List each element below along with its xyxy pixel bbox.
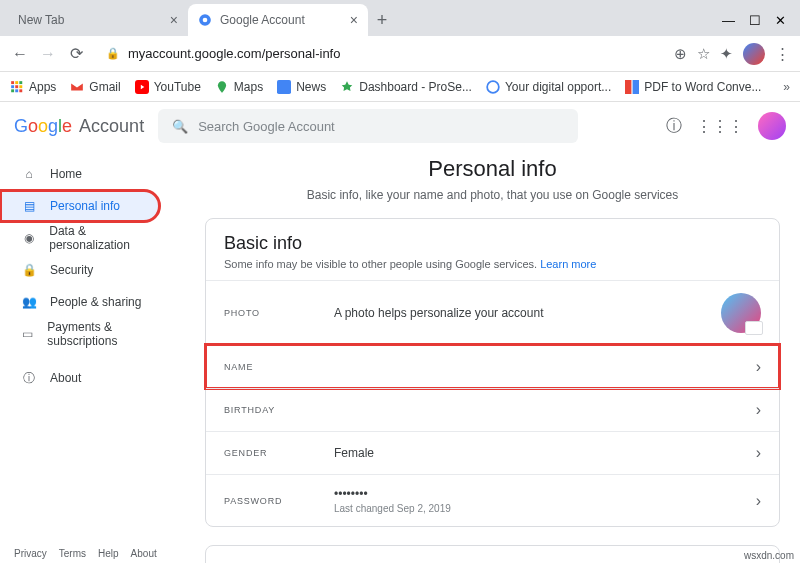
data-icon: ◉ xyxy=(20,231,37,245)
svg-rect-3 xyxy=(15,81,18,84)
chevron-right-icon: › xyxy=(756,358,761,376)
minimize-icon[interactable]: — xyxy=(722,13,735,28)
lock-icon: 🔒 xyxy=(20,263,38,277)
sidebar-data[interactable]: ◉Data & personalization xyxy=(0,222,185,254)
basic-info-subtitle: Some info may be visible to other people… xyxy=(224,258,761,270)
footer-links: Privacy Terms Help About xyxy=(14,548,157,559)
dashboard-bookmark[interactable]: Dashboard - ProSe... xyxy=(340,80,472,94)
back-button[interactable]: ← xyxy=(10,44,30,64)
contact-info-card: Contact info EMAIL › PHONE › xyxy=(205,545,780,563)
sidebar-payments[interactable]: ▭Payments & subscriptions xyxy=(0,318,185,350)
privacy-link[interactable]: Privacy xyxy=(14,548,47,559)
home-icon: ⌂ xyxy=(20,167,38,181)
chevron-right-icon: › xyxy=(756,444,761,462)
tab-title: Google Account xyxy=(220,13,305,27)
user-avatar[interactable] xyxy=(758,112,786,140)
google-account-logo[interactable]: Google Account xyxy=(14,116,144,137)
info-icon: ⓘ xyxy=(20,370,38,387)
tab-close-icon[interactable]: × xyxy=(170,12,178,28)
sidebar-home[interactable]: ⌂Home xyxy=(0,158,185,190)
gmail-icon xyxy=(70,80,84,94)
lock-icon: 🔒 xyxy=(106,47,120,60)
page-title: Personal info xyxy=(205,156,780,182)
tab-title: New Tab xyxy=(18,13,64,27)
svg-rect-4 xyxy=(19,81,22,84)
youtube-icon xyxy=(135,80,149,94)
svg-rect-9 xyxy=(15,89,18,92)
sidebar-nav: ⌂Home ▤Personal info ◉Data & personaliza… xyxy=(0,150,185,563)
password-row[interactable]: PASSWORD •••••••• Last changed Sep 2, 20… xyxy=(206,474,779,526)
digital-bookmark[interactable]: Your digital opport... xyxy=(486,80,611,94)
address-bar[interactable]: 🔒 myaccount.google.com/personal-info xyxy=(94,40,666,68)
svg-point-1 xyxy=(203,18,208,23)
svg-rect-14 xyxy=(625,80,631,94)
search-input[interactable]: 🔍 Search Google Account xyxy=(158,109,578,143)
learn-more-link[interactable]: Learn more xyxy=(540,258,596,270)
bookmark-star-icon[interactable]: ☆ xyxy=(697,45,710,63)
sidebar-security[interactable]: 🔒Security xyxy=(0,254,185,286)
chevron-right-icon: › xyxy=(756,401,761,419)
google-favicon xyxy=(198,13,212,27)
card-icon: ▭ xyxy=(20,327,35,341)
tab-close-icon[interactable]: × xyxy=(350,12,358,28)
tab-bar: New Tab × Google Account × + — ☐ ✕ xyxy=(0,0,800,36)
new-tab-button[interactable]: + xyxy=(368,6,396,34)
gmail-bookmark[interactable]: Gmail xyxy=(70,80,120,94)
news-bookmark[interactable]: News xyxy=(277,80,326,94)
reload-button[interactable]: ⟳ xyxy=(66,44,86,64)
name-row[interactable]: NAME › xyxy=(206,345,779,388)
pdf-icon xyxy=(625,80,639,94)
about-link[interactable]: About xyxy=(131,548,157,559)
maps-icon xyxy=(215,80,229,94)
youtube-bookmark[interactable]: YouTube xyxy=(135,80,201,94)
maximize-icon[interactable]: ☐ xyxy=(749,13,761,28)
apps-bookmark[interactable]: Apps xyxy=(10,80,56,94)
help-link[interactable]: Help xyxy=(98,548,119,559)
people-icon: 👥 xyxy=(20,295,38,309)
pdf-bookmark[interactable]: PDF to Word Conve... xyxy=(625,80,761,94)
zoom-icon[interactable]: ⊕ xyxy=(674,45,687,63)
birthday-row[interactable]: BIRTHDAY › xyxy=(206,388,779,431)
photo-row[interactable]: PHOTO A photo helps personalize your acc… xyxy=(206,280,779,345)
sidebar-personal-info[interactable]: ▤Personal info xyxy=(0,190,160,222)
sidebar-about[interactable]: ⓘAbout xyxy=(0,362,185,394)
svg-rect-7 xyxy=(19,85,22,88)
svg-rect-15 xyxy=(633,80,639,94)
sidebar-people[interactable]: 👥People & sharing xyxy=(0,286,185,318)
basic-info-title: Basic info xyxy=(224,233,761,254)
google-icon xyxy=(486,80,500,94)
page-subtitle: Basic info, like your name and photo, th… xyxy=(205,188,780,202)
help-icon[interactable]: ⓘ xyxy=(666,116,682,137)
svg-rect-10 xyxy=(19,89,22,92)
dashboard-icon xyxy=(340,80,354,94)
tab-new[interactable]: New Tab × xyxy=(8,4,188,36)
watermark: wsxdn.com xyxy=(744,550,794,561)
tab-google-account[interactable]: Google Account × xyxy=(188,4,368,36)
news-icon xyxy=(277,80,291,94)
svg-rect-12 xyxy=(277,80,291,94)
profile-avatar[interactable] xyxy=(743,43,765,65)
menu-icon[interactable]: ⋮ xyxy=(775,45,790,63)
maps-bookmark[interactable]: Maps xyxy=(215,80,263,94)
svg-rect-8 xyxy=(11,89,14,92)
svg-point-13 xyxy=(487,81,499,93)
id-card-icon: ▤ xyxy=(20,199,38,213)
search-icon: 🔍 xyxy=(172,119,188,134)
bookmarks-overflow-icon[interactable]: » xyxy=(783,80,790,94)
svg-rect-2 xyxy=(11,81,14,84)
chevron-right-icon: › xyxy=(756,492,761,510)
bookmarks-bar: Apps Gmail YouTube Maps News Dashboard -… xyxy=(0,72,800,102)
gender-row[interactable]: GENDER Female › xyxy=(206,431,779,474)
basic-info-card: Basic info Some info may be visible to o… xyxy=(205,218,780,527)
forward-button[interactable]: → xyxy=(38,44,58,64)
svg-rect-5 xyxy=(11,85,14,88)
extensions-icon[interactable]: ✦ xyxy=(720,45,733,63)
apps-grid-icon[interactable]: ⋮⋮⋮ xyxy=(696,117,744,136)
url-text: myaccount.google.com/personal-info xyxy=(128,46,340,61)
terms-link[interactable]: Terms xyxy=(59,548,86,559)
apps-icon xyxy=(10,80,24,94)
svg-rect-6 xyxy=(15,85,18,88)
close-window-icon[interactable]: ✕ xyxy=(775,13,786,28)
profile-photo[interactable] xyxy=(721,293,761,333)
